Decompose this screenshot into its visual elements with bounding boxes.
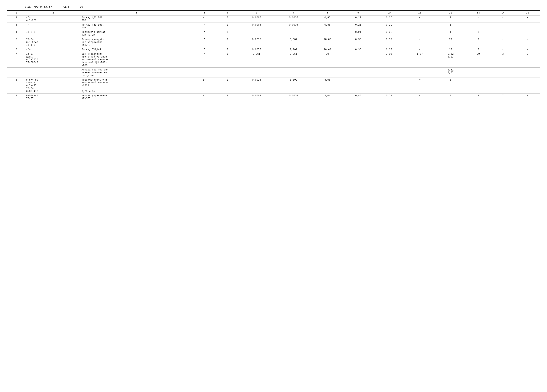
cell-2-col15: - bbox=[515, 30, 540, 37]
cell-8-col12: 8 bbox=[435, 94, 466, 101]
cell-1-col14: - bbox=[491, 23, 515, 30]
cell-3-col12: 2I bbox=[435, 37, 466, 47]
cell-4-col10: 0,35 bbox=[374, 47, 404, 52]
sheet-label: Ад.5 bbox=[63, 6, 69, 8]
cell-0-col7: 0,0005 bbox=[275, 15, 312, 23]
cell-0-col13: – bbox=[466, 15, 491, 23]
cell-1-col12: I bbox=[435, 23, 466, 30]
cell-1-col10: 0,2I bbox=[374, 23, 404, 30]
cell-1-col2: -"– bbox=[26, 23, 81, 30]
cell-8-col11: - bbox=[404, 94, 435, 101]
cell-3-col2: I7-04 п.I-0040 II-4-3 bbox=[26, 37, 81, 47]
cell-0-row_num: 2 bbox=[7, 15, 26, 23]
cell-7-col10: - bbox=[374, 78, 404, 94]
cell-7-col9: - bbox=[343, 78, 374, 94]
cell-0-col8: 0,85 bbox=[312, 15, 343, 23]
cell-2-col11: - bbox=[404, 30, 435, 37]
cell-3-col9: 0,36 bbox=[343, 37, 374, 47]
cell-1-col6: 0,0005 bbox=[238, 23, 275, 30]
cell-2-col2: II-I-I bbox=[26, 30, 81, 37]
cell-6-col9 bbox=[343, 68, 374, 78]
cell-2-col5: I bbox=[216, 30, 238, 37]
cell-3-row_num: 5 bbox=[7, 37, 26, 47]
th-2: 2 bbox=[26, 10, 81, 15]
cell-1-col15: - bbox=[515, 23, 540, 30]
cell-7-col5: I bbox=[216, 78, 238, 94]
cell-8-row_num: 9 bbox=[7, 94, 26, 101]
cell-5-col14: 3 bbox=[491, 52, 515, 68]
cell-5-col7: 0,05I bbox=[275, 52, 312, 68]
cell-7-col13: - bbox=[466, 78, 491, 94]
cell-8-col5: 4 bbox=[216, 94, 238, 101]
cell-0-col14: - bbox=[491, 15, 515, 23]
th-10: IO bbox=[374, 10, 404, 15]
cell-3-col3: Терморегулируй- щее устройство ТУДЭ-I bbox=[81, 37, 192, 47]
cell-1-col13: - bbox=[466, 23, 491, 30]
cell-3-col5: I bbox=[216, 37, 238, 47]
cell-2-col7: - bbox=[275, 30, 312, 37]
cell-6-col11 bbox=[404, 68, 435, 78]
cell-6-col3: Аппаратура,постав- ляемая комплектно со … bbox=[81, 68, 192, 78]
th-5: 5 bbox=[216, 10, 238, 15]
cell-2-col10: 0,2I bbox=[374, 30, 404, 37]
cell-5-col4: " bbox=[192, 52, 217, 68]
cell-6-row_num bbox=[7, 68, 26, 78]
th-13: I3 bbox=[466, 10, 491, 15]
cell-5-col11: I,87 bbox=[404, 52, 435, 68]
cell-2-col8: - bbox=[312, 30, 343, 37]
table-row: 7I5-I7 Доп.7 п.I-I0I6 II-680-3Щит управл… bbox=[7, 52, 540, 68]
cell-1-col9: 0,2I bbox=[343, 23, 374, 30]
cell-7-col2: 8-574-50 -I5-I7 п.I-447 I5-04 п.06-4I8 bbox=[26, 78, 81, 94]
page-number: 70 bbox=[80, 6, 83, 8]
cell-8-col8: 2,04 bbox=[312, 94, 343, 101]
cell-5-col3: Щит управления приточной установ- ки шка… bbox=[81, 52, 192, 68]
th-7: 7 bbox=[275, 10, 312, 15]
table-row: Аппаратура,постав- ляемая комплектно со … bbox=[7, 68, 540, 78]
cell-4-col12: 2I bbox=[435, 47, 466, 52]
cell-3-col7: 0,002 bbox=[275, 37, 312, 47]
cell-4-col3: То же, ТУДЭ-4 bbox=[81, 47, 192, 52]
cell-4-col2: -"– bbox=[26, 47, 81, 52]
cell-0-col11: - bbox=[404, 15, 435, 23]
cell-5-col6: 0,05I bbox=[238, 52, 275, 68]
th-1: I bbox=[7, 10, 26, 15]
table-row: 88-574-50 -I5-I7 п.I-447 I5-04 п.06-4I8П… bbox=[7, 78, 540, 94]
th-14: I4 bbox=[491, 10, 515, 15]
cell-7-col6: 0,00I6 bbox=[238, 78, 275, 94]
cell-0-col6: 0,0005 bbox=[238, 15, 275, 23]
cell-8-col6: 0,0002 bbox=[238, 94, 275, 101]
cell-1-col7: 0,0005 bbox=[275, 23, 312, 30]
cell-0-col4: шт bbox=[192, 15, 217, 23]
table-row: 6-"–То же, ТУДЭ-4"I0,00I50,00220,600,360… bbox=[7, 47, 540, 52]
cell-8-col9: 0,45 bbox=[343, 94, 374, 101]
cell-3-col14: - bbox=[491, 37, 515, 47]
th-12: I2 bbox=[435, 10, 466, 15]
th-4: 4 bbox=[192, 10, 217, 15]
cell-1-col5: I bbox=[216, 23, 238, 30]
cell-4-col11: - bbox=[404, 47, 435, 52]
th-8: 8 bbox=[312, 10, 343, 15]
cell-2-col14: - bbox=[491, 30, 515, 37]
table-row: 4II-I-IТермометр комнат- ный ТБ-2М"I---0… bbox=[7, 30, 540, 37]
th-3: 3 bbox=[81, 10, 192, 15]
cell-8-col15: - bbox=[515, 94, 540, 101]
cell-5-col12: 0,32 0,II bbox=[435, 52, 466, 68]
cell-5-col13: 30 bbox=[466, 52, 491, 68]
cell-8-col14: I bbox=[491, 94, 515, 101]
cell-4-col7: 0,002 bbox=[275, 47, 312, 52]
cell-7-col14: - bbox=[491, 78, 515, 94]
cell-7-col15: - bbox=[515, 78, 540, 94]
cell-2-col12: I bbox=[435, 30, 466, 37]
cell-8-col7: 0,0008 bbox=[275, 94, 312, 101]
cell-7-col3: Переключатель уни- версальный УП5ЗI3- –С… bbox=[81, 78, 192, 94]
cell-6-col4 bbox=[192, 68, 217, 78]
cell-8-col3: Кнопка управления КЕ-0II bbox=[81, 94, 192, 101]
cell-4-col8: 20,60 bbox=[312, 47, 343, 52]
cell-5-col10: 3,09 bbox=[374, 52, 404, 68]
cell-8-col13: 2 bbox=[466, 94, 491, 101]
cell-1-col4: " bbox=[192, 23, 217, 30]
cell-4-col6: 0,00I5 bbox=[238, 47, 275, 52]
cell-4-col13: I bbox=[466, 47, 491, 52]
th-15: I5 bbox=[515, 10, 540, 15]
cell-7-col8: 8,05 bbox=[312, 78, 343, 94]
